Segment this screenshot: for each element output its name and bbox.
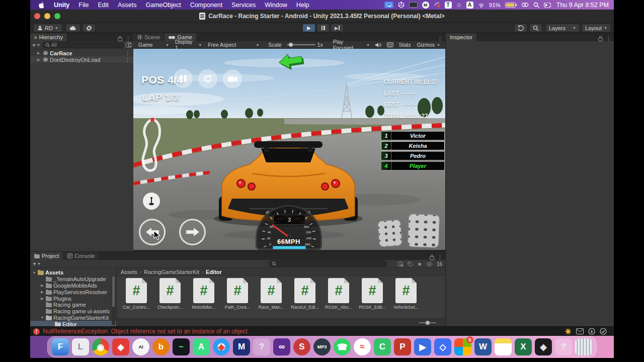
kebab-menu-icon[interactable]: ⋮ [125,36,131,41]
dock-safari[interactable]: ◆ [213,338,230,355]
display-mode-dropdown[interactable]: Game▼ [135,41,172,49]
hidden-count-eye-icon[interactable] [426,262,433,266]
tree-item-editor[interactable]: Editor [30,321,116,326]
project-search[interactable] [269,260,387,267]
dock-finder[interactable]: F [52,338,69,355]
kebab-menu-icon[interactable]: ⋮ [437,255,443,260]
settings-button[interactable] [83,24,96,32]
camera-switch-button[interactable] [223,69,242,88]
kebab-menu-icon[interactable]: ⋮ [125,57,130,62]
spotlight-icon[interactable] [533,2,539,9]
dock-video-app[interactable]: ▶ [414,338,431,355]
display-dropdown[interactable]: Display 1▼ [172,41,205,49]
tab-console[interactable]: Console [63,252,99,260]
tab-project[interactable]: Project [30,252,63,260]
thumbnail-size-slider[interactable] [419,322,436,323]
kebab-menu-icon[interactable]: ⋮ [437,36,443,41]
battery-icon[interactable] [505,3,516,8]
dock-launchpad[interactable]: L [72,338,89,355]
brake-pedal-button[interactable] [377,219,403,247]
dock-whatsapp[interactable]: ☎ [334,338,351,355]
a-status-icon[interactable]: A [466,2,473,9]
tab-inspector[interactable]: Inspector [446,33,477,41]
unity-statusbar[interactable]: ! NullReferenceException: Object referen… [30,326,614,336]
account-dropdown[interactable]: RD▼ [33,24,62,32]
search-by-type-icon[interactable] [398,261,404,267]
asset-item[interactable]: #VehicleSet... [392,278,420,318]
asset-item[interactable]: #Motorbike... [190,278,217,318]
collab-mail-icon[interactable] [576,328,584,334]
tree-item-playservicesresolver[interactable]: ▶PlayServicesResolver [30,289,116,295]
scale-slider-knob[interactable] [289,43,293,47]
bake-status-icon[interactable] [565,328,572,335]
vsync-grid-icon[interactable] [387,42,393,47]
console-error-message[interactable]: NullReferenceException: Object reference… [43,328,248,335]
handbrake-button[interactable] [143,193,160,210]
play-focused-dropdown[interactable]: Play Focused▼ [330,41,373,49]
scene-picker-icon[interactable] [126,42,131,48]
kebab-menu-icon[interactable]: ⋮ [125,51,130,56]
add-gameobject-button[interactable]: +▼ [32,42,40,49]
dock-ai-app[interactable]: AI [132,338,149,355]
tree-scrollbar[interactable] [112,275,115,325]
layout-dropdown[interactable]: Layout▼ [582,24,611,32]
tree-item-terrainautoupgrade[interactable]: _TerrainAutoUpgrade [30,276,116,283]
tree-item-googlemobileads[interactable]: ▶GoogleMobileAds [30,283,116,289]
asset-item[interactable]: #Checkpoin... [156,278,184,318]
dock-chrome[interactable]: ◉ [92,338,109,355]
asset-item[interactable]: #RGSK_Abo... [325,278,352,318]
breadcrumb-assets[interactable]: Assets [121,269,137,275]
breadcrumb-racinggamestarterkit[interactable]: RacingGameStarterKit [144,269,199,275]
dock-activity-monitor[interactable]: ~ [173,338,190,355]
steer-right-button[interactable] [179,219,206,245]
dock-dev-tool[interactable]: ◆ [112,338,129,355]
aspect-dropdown[interactable]: Free Aspect▼ [205,41,262,49]
m-status-icon[interactable]: M [422,2,429,9]
tab-scene[interactable]: Scene [133,33,165,41]
menu-unity[interactable]: Unity [49,2,74,9]
hierarchy-item-dontdestroyonload[interactable]: ▶ DontDestroyOnLoad ⋮ [30,56,133,63]
airplay-status-icon[interactable] [478,2,485,9]
tree-item-racing-game-ui-assets[interactable]: Racing game ui-assets [30,308,116,315]
project-search-input[interactable] [278,261,384,266]
pause-race-button[interactable] [174,69,193,88]
ok-status-icon[interactable] [600,328,607,335]
dock-blender[interactable]: b [152,338,170,355]
menu-gameobject[interactable]: GameObject [141,2,185,9]
breadcrumb-editor[interactable]: Editor [206,269,222,275]
dock-cube-app[interactable]: ◇ [434,338,451,355]
unity-hub-status-icon[interactable] [398,2,405,9]
close-window-button[interactable] [34,13,40,19]
tree-item-racinggamestarterkit[interactable]: ▼RacingGameStarterKit [30,315,116,321]
tree-item-assets[interactable]: ▼Assets [30,269,116,276]
pause-button[interactable] [316,24,330,32]
expand-arrow-icon[interactable]: ▶ [37,51,41,55]
dock-missing-app-2[interactable]: ? [555,338,572,355]
tree-item-plugins[interactable]: ▶Plugins [30,295,116,302]
tree-item-racing-game[interactable]: Racing game [30,302,116,308]
search-button[interactable] [529,24,542,32]
dock-wave-app[interactable]: ≈ [354,338,371,355]
scale-slider[interactable] [287,44,315,45]
asset-item[interactable]: #Race_Man... [258,278,285,318]
save-search-star-icon[interactable]: ★ [417,261,422,267]
menu-window[interactable]: Window [260,2,291,9]
expand-arrow-icon[interactable]: ▶ [37,58,41,62]
hierarchy-item-carrace[interactable]: ▶ CarRace ⋮ [30,50,133,56]
dock-unity[interactable]: ◆ [535,338,552,355]
dock-s-app[interactable]: S [293,338,310,355]
mute-audio-icon[interactable] [375,42,382,48]
lock-icon[interactable] [430,254,434,260]
menubar-clock[interactable]: Thu 9 Apr 8:52 PM [556,2,609,9]
step-button[interactable]: ▶ [331,24,344,32]
dock-missing-app[interactable]: ? [253,338,270,355]
control-center-icon[interactable] [544,2,551,9]
menu-edit[interactable]: Edit [93,2,113,9]
menu-component[interactable]: Component [186,2,227,9]
kebab-menu-icon[interactable]: ⋮ [606,36,611,41]
gas-pedal-button[interactable] [408,214,440,248]
tab-hierarchy[interactable]: ≡Hierarchy [30,33,67,41]
gizmos-dropdown[interactable]: Gizmos▼ [414,41,443,49]
menu-services[interactable]: Services [227,2,260,9]
minimize-window-button[interactable] [44,13,50,19]
